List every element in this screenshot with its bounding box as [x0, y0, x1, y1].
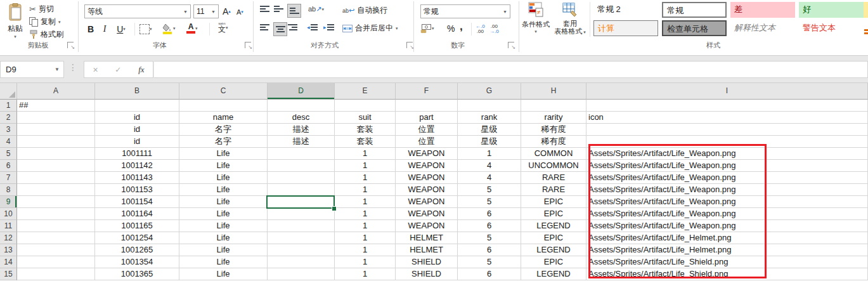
cell-D10[interactable] — [268, 208, 335, 220]
cell-A9[interactable] — [17, 196, 95, 208]
fill-color-button[interactable]: ▾ — [162, 23, 176, 34]
cell-B1[interactable] — [95, 100, 179, 112]
decrease-decimal-button[interactable]: .00→.0 — [489, 24, 499, 34]
cell-B9[interactable]: 1001154 — [95, 196, 179, 208]
cell-E15[interactable]: 1 — [335, 268, 396, 280]
cell-G10[interactable]: 6 — [458, 208, 521, 220]
fill-handle[interactable] — [332, 206, 337, 211]
cell-A7[interactable] — [17, 172, 95, 184]
format-as-table-button[interactable]: 套用 表格格式 ▾ — [553, 2, 587, 39]
cell-D7[interactable] — [268, 172, 335, 184]
row-header-5[interactable]: 5 — [0, 148, 17, 160]
cell-G13[interactable]: 6 — [458, 244, 521, 256]
cut-button[interactable]: ✂ 剪切 — [29, 4, 54, 15]
cell-I1[interactable] — [586, 100, 868, 112]
cell-E12[interactable]: 1 — [335, 232, 396, 244]
row-header-3[interactable]: 3 — [0, 124, 17, 136]
cell-F15[interactable]: SHIELD — [396, 268, 458, 280]
align-top-button[interactable] — [260, 6, 269, 12]
cell-E1[interactable] — [335, 100, 396, 112]
cell-D6[interactable] — [268, 160, 335, 172]
cell-E6[interactable]: 1 — [335, 160, 396, 172]
decrease-indent-button[interactable]: ◂ — [307, 24, 318, 30]
paste-button[interactable]: 粘贴 ▾ — [3, 2, 28, 39]
cell-B2[interactable]: id — [95, 112, 179, 124]
cell-H15[interactable]: LEGEND — [521, 268, 586, 280]
column-header-I[interactable]: I — [586, 83, 868, 100]
cell-H14[interactable]: EPIC — [521, 256, 586, 268]
wrap-text-button[interactable]: ab↩ 自动换行 — [342, 5, 387, 16]
accounting-format-button[interactable]: ▾ — [420, 23, 434, 33]
cell-H7[interactable]: RARE — [521, 172, 586, 184]
cell-style-normal2[interactable]: 常规 2 — [593, 2, 658, 18]
cell-G4[interactable]: 星级 — [458, 136, 521, 148]
cell-B7[interactable]: 1001143 — [95, 172, 179, 184]
cell-C7[interactable]: Life — [179, 172, 268, 184]
cell-H3[interactable]: 稀有度 — [521, 124, 586, 136]
column-header-H[interactable]: H — [521, 83, 586, 100]
formula-input[interactable] — [154, 61, 868, 78]
cell-A14[interactable] — [17, 256, 95, 268]
cell-style-bad[interactable]: 差 — [730, 2, 795, 18]
percent-style-button[interactable]: % — [447, 23, 455, 34]
cell-H10[interactable]: EPIC — [521, 208, 586, 220]
column-header-F[interactable]: F — [396, 83, 458, 100]
cell-E5[interactable]: 1 — [335, 148, 396, 160]
cell-F10[interactable]: WEAPON — [396, 208, 458, 220]
cell-E8[interactable]: 1 — [335, 184, 396, 196]
cell-C12[interactable]: Life — [179, 232, 268, 244]
cell-D3[interactable]: 描述 — [268, 124, 335, 136]
row-header-1[interactable]: 1 — [0, 100, 17, 112]
number-dialog-launcher[interactable] — [508, 42, 514, 48]
row-header-9[interactable]: 9 — [0, 196, 17, 208]
cell-F5[interactable]: WEAPON — [396, 148, 458, 160]
copy-button[interactable]: 复制 ▾ — [29, 16, 61, 27]
cell-G7[interactable]: 4 — [458, 172, 521, 184]
insert-function-icon[interactable]: fx — [138, 65, 144, 75]
cell-E13[interactable]: 1 — [335, 244, 396, 256]
cell-C9[interactable]: Life — [179, 196, 268, 208]
cell-F3[interactable]: 位置 — [396, 124, 458, 136]
cell-C2[interactable]: name — [179, 112, 268, 124]
align-middle-button[interactable] — [274, 6, 283, 12]
row-header-8[interactable]: 8 — [0, 184, 17, 196]
row-header-6[interactable]: 6 — [0, 160, 17, 172]
row-header-12[interactable]: 12 — [0, 232, 17, 244]
conditional-formatting-button[interactable]: ≠ 条件格式 ▾ — [521, 2, 550, 39]
cell-A11[interactable] — [17, 220, 95, 232]
cell-A2[interactable] — [17, 112, 95, 124]
column-header-A[interactable]: A — [17, 83, 95, 100]
row-header-11[interactable]: 11 — [0, 220, 17, 232]
cell-D15[interactable] — [268, 268, 335, 280]
cell-C1[interactable] — [179, 100, 268, 112]
cell-B4[interactable]: id — [95, 136, 179, 148]
format-painter-button[interactable]: 格式刷 — [29, 29, 63, 40]
cell-D2[interactable]: desc — [268, 112, 335, 124]
cell-B12[interactable]: 1001254 — [95, 232, 179, 244]
cell-B15[interactable]: 1001365 — [95, 268, 179, 280]
merge-center-button[interactable]: 合并后居中 ▾ — [342, 23, 398, 34]
cell-H4[interactable]: 稀有度 — [521, 136, 586, 148]
align-bottom-button[interactable] — [288, 4, 301, 17]
increase-decimal-button[interactable]: ←.0.00 — [476, 24, 485, 34]
cell-B14[interactable]: 1001354 — [95, 256, 179, 268]
cell-E9[interactable]: 1 — [335, 196, 396, 208]
bold-button[interactable]: B — [86, 23, 96, 36]
number-format-combo[interactable]: 常规▼ — [420, 4, 510, 18]
cell-E2[interactable]: suit — [335, 112, 396, 124]
cell-G2[interactable]: rank — [458, 112, 521, 124]
row-header-15[interactable]: 15 — [0, 268, 17, 280]
borders-button[interactable]: ▾ — [139, 24, 152, 34]
cell-D1[interactable] — [268, 100, 335, 112]
cell-B10[interactable]: 1001164 — [95, 208, 179, 220]
cell-I3[interactable] — [586, 124, 868, 136]
cell-B8[interactable]: 1001153 — [95, 184, 179, 196]
cell-B11[interactable]: 1001165 — [95, 220, 179, 232]
column-header-E[interactable]: E — [335, 83, 396, 100]
cell-G15[interactable]: 6 — [458, 268, 521, 280]
cell-G1[interactable] — [458, 100, 521, 112]
cancel-icon[interactable]: × — [93, 65, 98, 75]
cell-F9[interactable]: WEAPON — [396, 196, 458, 208]
cell-style-normal[interactable]: 常规 — [662, 2, 727, 18]
cell-E4[interactable]: 套装 — [335, 136, 396, 148]
